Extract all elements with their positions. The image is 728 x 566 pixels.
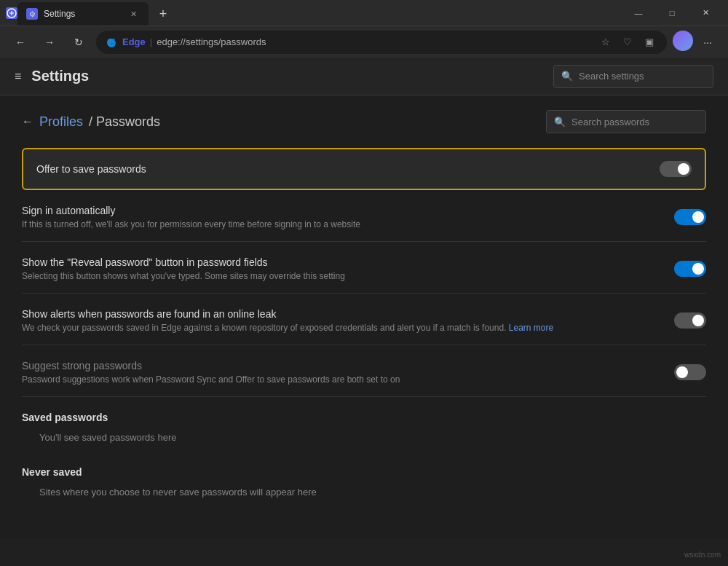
reveal-password-toggle[interactable] (674, 261, 706, 277)
favorites-icon[interactable]: ☆ (597, 34, 614, 51)
watermark: wsxdn.com (684, 551, 721, 559)
search-settings-box[interactable]: 🔍 (553, 65, 713, 88)
new-tab-button[interactable]: + (151, 2, 175, 25)
saved-passwords-section-header: Saved passwords (22, 400, 706, 429)
settings-page-title: Settings (31, 68, 89, 84)
active-tab[interactable]: ⚙ Settings ✕ (17, 2, 149, 25)
offer-save-label: Offer to save passwords (36, 163, 660, 175)
reveal-password-row: Show the "Reveal password" button in pas… (22, 245, 706, 294)
online-leak-desc: We check your passwords saved in Edge ag… (22, 323, 674, 333)
settings-area: ≡ Settings 🔍 ← Profiles / Passwords 🔍 Of… (0, 58, 728, 538)
tab-favicon (6, 7, 17, 19)
address-bar[interactable]: Edge | edge://settings/passwords ☆ ♡ ▣ (96, 31, 667, 54)
search-settings-input[interactable] (579, 71, 705, 82)
never-saved-section-header: Never saved (22, 455, 706, 484)
search-settings-icon: 🔍 (561, 71, 573, 82)
address-url: edge://settings/passwords (157, 36, 266, 47)
breadcrumb-back-arrow[interactable]: ← (22, 115, 33, 128)
online-leak-row: Show alerts when passwords are found in … (22, 296, 706, 345)
nav-right-icons: ··· (673, 31, 719, 54)
offer-save-toggle[interactable] (660, 161, 692, 177)
sign-in-auto-row: Sign in automatically If this is turned … (22, 193, 706, 242)
profile-avatar[interactable] (673, 31, 693, 51)
page-header: ← Profiles / Passwords 🔍 (22, 110, 706, 133)
suggest-strong-label: Suggest strong passwords (22, 360, 674, 372)
online-leak-label: Show alerts when passwords are found in … (22, 308, 674, 320)
tab-settings-icon: ⚙ (26, 8, 38, 20)
sign-in-auto-desc: If this is turned off, we'll ask you for… (22, 219, 674, 229)
suggest-strong-row: Suggest strong passwords Password sugges… (22, 348, 706, 397)
suggest-strong-desc: Password suggestions work when Password … (22, 374, 674, 385)
sign-in-auto-toggle[interactable] (674, 209, 706, 225)
suggest-strong-label-group: Suggest strong passwords Password sugges… (22, 360, 674, 385)
search-passwords-box[interactable]: 🔍 (546, 110, 706, 133)
learn-more-link[interactable]: Learn more (509, 323, 553, 333)
breadcrumb-separator: / Passwords (89, 114, 160, 130)
wallet-icon[interactable]: ▣ (641, 34, 658, 51)
more-options-button[interactable]: ··· (696, 31, 719, 54)
edge-logo-icon (105, 36, 118, 49)
breadcrumb-profiles-link[interactable]: Profiles (39, 114, 83, 130)
settings-content: ← Profiles / Passwords 🔍 Offer to save p… (0, 95, 728, 538)
breadcrumb: ← Profiles / Passwords (22, 114, 160, 130)
tab-title: Settings (44, 9, 122, 19)
sign-in-auto-label: Sign in automatically (22, 205, 674, 216)
back-button[interactable]: ← (9, 31, 32, 54)
forward-button[interactable]: → (38, 31, 61, 54)
online-leak-toggle[interactable] (674, 313, 706, 329)
minimize-button[interactable]: — (622, 0, 655, 25)
never-saved-empty-text: Sites where you choose to never save pas… (22, 484, 706, 509)
navigation-bar: ← → ↻ Edge | edge://settings/passwords ☆… (0, 25, 728, 58)
refresh-button[interactable]: ↻ (67, 31, 90, 54)
maximize-button[interactable]: □ (655, 0, 689, 25)
hamburger-menu-button[interactable]: ≡ (15, 70, 21, 83)
settings-header: ≡ Settings 🔍 (0, 58, 728, 95)
reveal-password-label: Show the "Reveal password" button in pas… (22, 256, 674, 268)
online-leak-label-group: Show alerts when passwords are found in … (22, 308, 674, 333)
address-brand: Edge (122, 36, 146, 47)
search-passwords-icon: 🔍 (554, 117, 566, 127)
reveal-password-desc: Selecting this button shows what you've … (22, 271, 674, 281)
search-passwords-input[interactable] (571, 117, 698, 127)
collections-icon[interactable]: ♡ (619, 34, 636, 51)
suggest-strong-toggle[interactable] (674, 364, 706, 380)
address-bar-icons: ☆ ♡ ▣ (597, 34, 658, 51)
offer-save-passwords-row: Offer to save passwords (22, 148, 706, 190)
saved-passwords-empty-text: You'll see saved passwords here (22, 429, 706, 455)
close-button[interactable]: ✕ (689, 0, 722, 25)
window-controls: — □ ✕ (622, 0, 722, 25)
reveal-password-label-group: Show the "Reveal password" button in pas… (22, 256, 674, 281)
offer-save-label-group: Offer to save passwords (36, 163, 660, 175)
sign-in-auto-label-group: Sign in automatically If this is turned … (22, 205, 674, 229)
tab-close-button[interactable]: ✕ (127, 8, 140, 20)
address-separator: | (150, 36, 152, 47)
title-bar: ⚙ Settings ✕ + — □ ✕ (0, 0, 728, 25)
